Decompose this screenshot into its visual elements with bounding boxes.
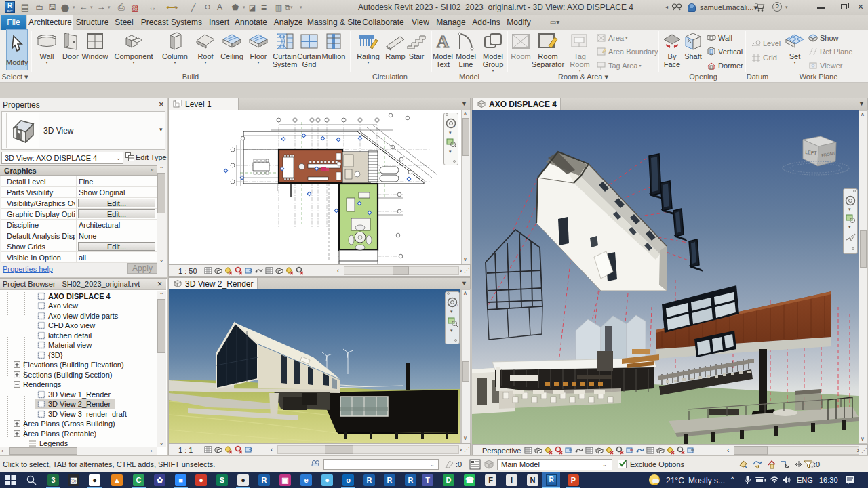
svg-text:LEFT: LEFT	[805, 150, 817, 155]
svg-text:A: A	[437, 32, 450, 52]
svg-text:2D: 2D	[454, 303, 458, 307]
svg-text:2D: 2D	[452, 124, 456, 128]
